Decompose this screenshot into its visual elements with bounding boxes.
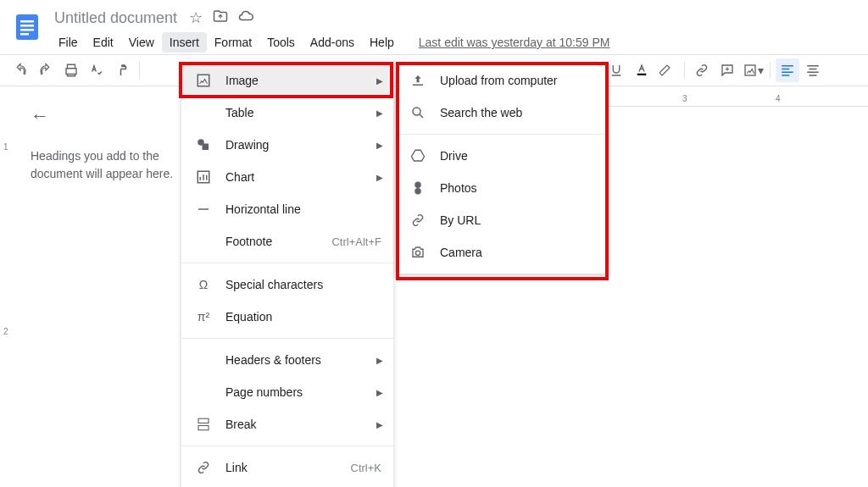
- docs-logo[interactable]: [10, 10, 44, 44]
- blank-icon: [195, 233, 212, 250]
- chevron-right-icon: ▶: [376, 141, 383, 150]
- svg-rect-11: [198, 418, 209, 423]
- image-upload[interactable]: Upload from computer: [396, 64, 608, 97]
- highlight-icon[interactable]: [655, 58, 679, 82]
- svg-rect-4: [20, 33, 29, 36]
- insert-link-icon[interactable]: [690, 58, 714, 82]
- insert-link[interactable]: Link Ctrl+K: [181, 451, 393, 484]
- label: Special characters: [225, 278, 323, 291]
- undo-icon[interactable]: [8, 58, 32, 82]
- add-comment-icon[interactable]: [715, 58, 739, 82]
- star-icon[interactable]: ☆: [189, 8, 203, 28]
- insert-dropdown: Image ▶ Table ▶ Drawing ▶ Chart ▶ Horizo…: [181, 59, 393, 487]
- svg-point-13: [413, 108, 420, 115]
- print-icon[interactable]: [59, 58, 83, 82]
- svg-rect-5: [637, 74, 647, 75]
- label: Headers & footers: [225, 353, 321, 367]
- blank-icon: [195, 384, 212, 401]
- outline-back-icon[interactable]: ←: [31, 105, 181, 127]
- insert-chart[interactable]: Chart ▶: [181, 161, 393, 193]
- image-drive[interactable]: Drive: [396, 140, 608, 172]
- insert-image[interactable]: Image ▶: [181, 64, 393, 97]
- chevron-right-icon: ▶: [376, 76, 383, 86]
- menu-insert[interactable]: Insert: [162, 32, 207, 53]
- search-icon: [409, 104, 426, 121]
- label: Image: [225, 74, 259, 87]
- insert-drawing[interactable]: Drawing ▶: [181, 129, 393, 161]
- insert-special-characters[interactable]: Ω Special characters: [181, 268, 393, 301]
- drawing-icon: [195, 136, 212, 153]
- align-left-icon[interactable]: [776, 58, 799, 82]
- image-photos[interactable]: Photos: [396, 172, 608, 204]
- svg-rect-1: [20, 20, 34, 23]
- label: Break: [225, 418, 257, 431]
- label: Photos: [440, 181, 477, 195]
- insert-horizontal-line[interactable]: Horizontal line: [181, 193, 393, 225]
- camera-icon: [409, 244, 426, 261]
- menu-help[interactable]: Help: [362, 32, 402, 53]
- upload-icon: [409, 72, 426, 89]
- photos-icon: [409, 180, 426, 196]
- label: Camera: [440, 246, 482, 259]
- paint-format-icon[interactable]: [110, 58, 134, 82]
- text-color-icon[interactable]: [630, 58, 654, 82]
- label: Table: [225, 106, 253, 119]
- spellcheck-icon[interactable]: [85, 58, 108, 82]
- insert-page-numbers[interactable]: Page numbers ▶: [181, 376, 393, 408]
- label: Link: [225, 461, 248, 474]
- menu-addons[interactable]: Add-ons: [303, 32, 362, 53]
- label: Horizontal line: [225, 202, 301, 216]
- svg-rect-2: [20, 25, 34, 27]
- svg-rect-0: [16, 14, 38, 40]
- document-title[interactable]: Untitled document: [51, 9, 181, 27]
- image-camera[interactable]: Camera: [396, 236, 608, 268]
- insert-headers-footers[interactable]: Headers & footers ▶: [181, 344, 393, 376]
- svg-rect-6: [745, 65, 755, 75]
- label: Equation: [225, 310, 272, 324]
- blank-icon: [195, 104, 212, 121]
- menu-tools[interactable]: Tools: [259, 32, 303, 53]
- pi-icon: π²: [195, 308, 212, 325]
- image-submenu: Upload from computer Search the web Driv…: [396, 59, 608, 274]
- horizontal-ruler: 3 4: [606, 93, 868, 107]
- underline-icon[interactable]: [604, 58, 628, 82]
- label: Drive: [440, 149, 468, 163]
- menu-view[interactable]: View: [121, 32, 162, 53]
- outline-hint: Headings you add to the document will ap…: [31, 147, 181, 183]
- insert-break[interactable]: Break ▶: [181, 408, 393, 440]
- chevron-right-icon: ▶: [376, 173, 383, 182]
- label: Search the web: [440, 106, 522, 119]
- last-edit-link[interactable]: Last edit was yesterday at 10:59 PM: [419, 36, 610, 49]
- cloud-status-icon[interactable]: [238, 8, 253, 28]
- menu-format[interactable]: Format: [207, 32, 259, 53]
- link-icon: [195, 459, 212, 476]
- omega-icon: Ω: [195, 276, 212, 293]
- shortcut: Ctrl+K: [351, 462, 381, 474]
- insert-image-icon[interactable]: ▾: [741, 58, 765, 82]
- chevron-right-icon: ▶: [376, 388, 383, 397]
- menubar: File Edit View Insert Format Tools Add-o…: [51, 30, 861, 54]
- align-center-icon[interactable]: [801, 58, 825, 82]
- blank-icon: [195, 351, 212, 368]
- svg-rect-9: [203, 144, 209, 151]
- image-search-web[interactable]: Search the web: [396, 97, 608, 129]
- chevron-right-icon: ▶: [376, 420, 383, 429]
- image-icon: [195, 72, 212, 89]
- vertical-ruler: 1 2: [0, 107, 15, 487]
- menu-file[interactable]: File: [51, 32, 86, 53]
- svg-rect-12: [198, 426, 209, 430]
- label: By URL: [440, 213, 481, 227]
- redo-icon[interactable]: [34, 58, 58, 82]
- horizontal-line-icon: [195, 201, 212, 218]
- drive-icon: [409, 147, 426, 164]
- move-icon[interactable]: [213, 8, 228, 28]
- chart-icon: [195, 169, 212, 185]
- break-icon: [195, 416, 212, 433]
- insert-table[interactable]: Table ▶: [181, 97, 393, 129]
- chevron-right-icon: ▶: [376, 108, 383, 118]
- insert-equation[interactable]: π² Equation: [181, 301, 393, 333]
- menu-edit[interactable]: Edit: [86, 32, 121, 53]
- label: Chart: [225, 170, 254, 184]
- image-by-url[interactable]: By URL: [396, 204, 608, 236]
- insert-footnote[interactable]: Footnote Ctrl+Alt+F: [181, 225, 393, 257]
